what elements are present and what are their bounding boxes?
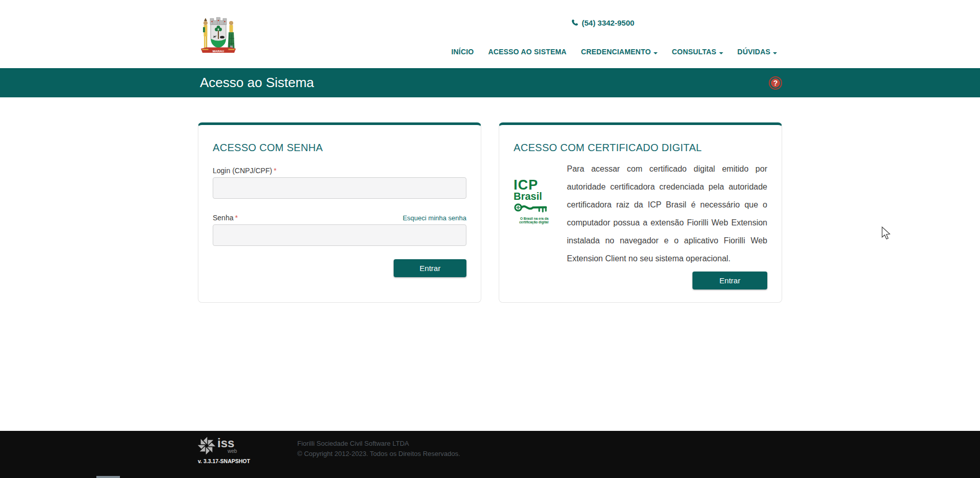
icp-logo-line2: Brasil (514, 191, 555, 201)
password-entrar-button[interactable]: Entrar (394, 259, 466, 277)
nav-item-duvidas[interactable]: DÚVIDAS (738, 48, 777, 56)
icp-key-icon (514, 201, 549, 215)
nav-item-inicio[interactable]: INÍCIO (451, 48, 474, 56)
question-mark-icon: ? (773, 79, 778, 87)
footer-copyright: © Copyright 2012-2023. Todos os Direitos… (297, 449, 460, 459)
phone-contact: (54) 3342-9500 (571, 18, 635, 27)
site-header: MARAU (54) 3342-9500 INÍCIO ACESSO AO SI… (0, 0, 980, 68)
required-asterisk: * (235, 214, 237, 222)
icp-logo-caption: O Brasil na era da certificação digital (514, 217, 548, 224)
chevron-down-icon (773, 52, 777, 54)
horizontal-scrollbar-thumb[interactable] (96, 476, 120, 478)
issweb-brand: iss web v. 3.3.17-SNAPSHOT (198, 437, 297, 464)
crest-right-figure-head (229, 21, 233, 25)
issweb-logo-text: iss (217, 436, 234, 450)
icp-logo-line1: ICP (514, 179, 555, 191)
issweb-pinwheel-icon (198, 437, 215, 454)
help-button[interactable]: ? (770, 77, 781, 89)
app-version: v. 3.3.17-SNAPSHOT (198, 458, 297, 464)
phone-number: (54) 3342-9500 (582, 18, 635, 27)
crest-city-name: MARAU (213, 50, 224, 53)
page-title: Acesso ao Sistema (200, 75, 314, 91)
nav-item-acesso-ao-sistema[interactable]: ACESSO AO SISTEMA (488, 48, 566, 56)
marau-coat-of-arms-logo: MARAU (198, 17, 239, 55)
password-card-title: ACESSO COM SENHA (213, 142, 466, 154)
site-footer: iss web v. 3.3.17-SNAPSHOT Fiorilli Soci… (0, 431, 980, 478)
phone-icon (571, 19, 579, 27)
chevron-down-icon (654, 52, 658, 54)
footer-company: Fiorilli Sociedade Civil Software LTDA (297, 439, 460, 449)
page-title-banner: Acesso ao Sistema ? (0, 68, 980, 97)
issweb-logo-subtext: web (228, 448, 237, 454)
main-nav: INÍCIO ACESSO AO SISTEMA CREDENCIAMENTO … (451, 48, 777, 56)
crest-left-figure-head (203, 21, 208, 25)
certificate-entrar-button[interactable]: Entrar (692, 272, 767, 289)
login-label: Login (CNPJ/CPF)* (213, 167, 466, 175)
login-page: MARAU (54) 3342-9500 INÍCIO ACESSO AO SI… (0, 0, 980, 478)
icp-brasil-logo: ICP Brasil O Brasil na era da certificaç… (514, 179, 555, 267)
senha-label: Senha* (213, 214, 238, 222)
certificate-card-title: ACESSO COM CERTIFICADO DIGITAL (514, 142, 767, 154)
forgot-password-link[interactable]: Esqueci minha senha (403, 214, 466, 222)
nav-item-consultas[interactable]: CONSULTAS (672, 48, 723, 56)
login-input[interactable] (213, 177, 466, 199)
required-asterisk: * (274, 167, 276, 175)
password-login-card: ACESSO COM SENHA Login (CNPJ/CPF)* Senha… (198, 122, 481, 303)
nav-item-credenciamento[interactable]: CREDENCIAMENTO (581, 48, 657, 56)
certificate-instructions: Para acessar com certificado digital emi… (567, 160, 767, 267)
main-content: ACESSO COM SENHA Login (CNPJ/CPF)* Senha… (0, 97, 980, 431)
chevron-down-icon (719, 52, 723, 54)
certificate-login-card: ACESSO COM CERTIFICADO DIGITAL ICP Brasi… (499, 122, 782, 303)
senha-input[interactable] (213, 224, 466, 246)
